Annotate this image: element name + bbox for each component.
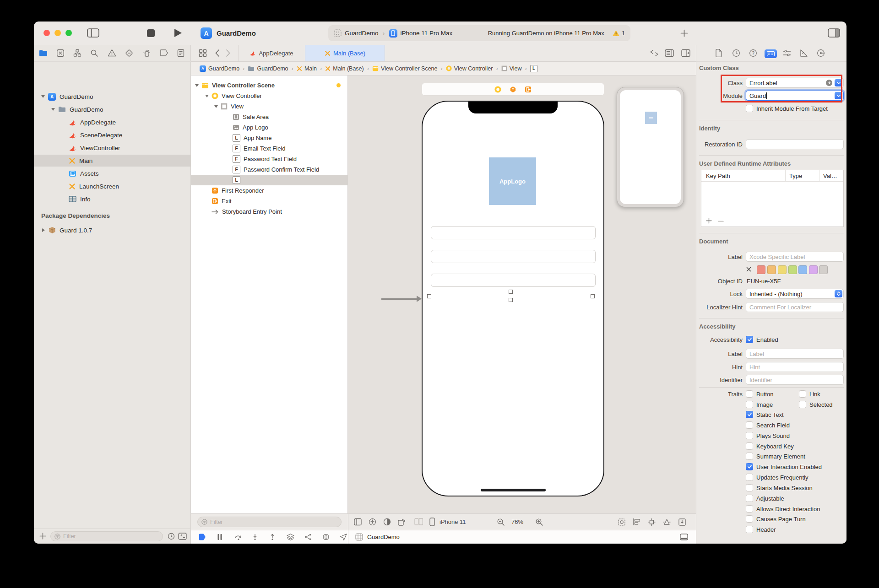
tab-main-base-selected[interactable]: Main (Base) bbox=[305, 45, 385, 61]
source-control-navigator-icon[interactable] bbox=[56, 49, 65, 57]
trait-starts-media-session-checkbox[interactable] bbox=[746, 484, 753, 491]
add-attribute-icon[interactable] bbox=[706, 218, 712, 224]
trait-image-checkbox[interactable] bbox=[746, 401, 753, 408]
trait-header-checkbox[interactable] bbox=[746, 526, 753, 533]
quick-help-inspector-icon[interactable]: ? bbox=[749, 49, 757, 57]
find-navigator-icon[interactable] bbox=[90, 49, 98, 57]
color-tag-blue[interactable] bbox=[798, 265, 807, 274]
view-controller-dock-icon[interactable] bbox=[494, 86, 501, 93]
scheme-name[interactable]: GuardDemo bbox=[345, 30, 379, 37]
split-preview-icon[interactable] bbox=[414, 518, 423, 525]
trait-summary-element-checkbox[interactable] bbox=[746, 453, 753, 460]
trait-static-text-checkbox[interactable] bbox=[746, 411, 753, 418]
navigator-item-launchscreen[interactable]: LaunchScreen bbox=[34, 180, 191, 192]
zoom-out-icon[interactable] bbox=[497, 518, 505, 526]
disclosure-closed-icon[interactable] bbox=[42, 228, 45, 232]
trait-keyboard-key-checkbox[interactable] bbox=[746, 442, 753, 450]
debug-memory-graph-icon[interactable] bbox=[304, 534, 312, 540]
outline-item-app-name[interactable]: L App Name bbox=[191, 133, 348, 143]
trait-updates-frequently-checkbox[interactable] bbox=[746, 474, 753, 481]
bookmarks-navigator-icon[interactable] bbox=[73, 49, 81, 57]
history-inspector-icon[interactable] bbox=[732, 49, 740, 57]
embed-icon[interactable] bbox=[678, 518, 686, 526]
outline-item-exit[interactable]: Exit bbox=[191, 196, 348, 206]
step-over-icon[interactable] bbox=[234, 534, 243, 540]
navigator-filter-field[interactable]: Filter bbox=[50, 531, 163, 541]
update-frames-icon[interactable] bbox=[618, 518, 626, 526]
localizer-hint-field[interactable]: Comment For Localizer bbox=[746, 302, 844, 312]
zoom-level[interactable]: 76% bbox=[511, 518, 523, 525]
document-label-field[interactable]: Xcode Specific Label bbox=[746, 252, 844, 262]
code-review-icon[interactable] bbox=[650, 49, 659, 57]
outline-item-view[interactable]: View bbox=[191, 101, 348, 112]
add-item-icon[interactable] bbox=[39, 533, 46, 539]
navigator-item-scenedelegate[interactable]: SceneDelegate bbox=[34, 129, 191, 141]
selection-handle-left[interactable] bbox=[427, 294, 431, 298]
environment-overrides-icon[interactable] bbox=[322, 534, 330, 540]
scheme-status-pill[interactable]: GuardDemo › iPhone 11 Pro Max Running Gu… bbox=[328, 25, 630, 41]
navigator-item-assets[interactable]: Assets bbox=[34, 167, 191, 179]
accessibility-label-field[interactable]: Label bbox=[746, 349, 844, 359]
accessibility-hint-field[interactable]: Hint bbox=[746, 362, 844, 372]
navigator-item-package-guard[interactable]: Guard 1.0.7 bbox=[34, 224, 191, 236]
debug-view-hierarchy-icon[interactable] bbox=[287, 534, 294, 540]
breadcrumb-item[interactable]: Main (Base) bbox=[333, 65, 364, 72]
add-editor-icon[interactable] bbox=[681, 49, 690, 57]
debug-navigator-icon[interactable] bbox=[143, 49, 151, 57]
breadcrumb-item[interactable]: GuardDemo bbox=[257, 65, 288, 72]
outline-item-email-text-field[interactable]: F Email Text Field bbox=[191, 143, 348, 154]
outline-filter-field[interactable]: Filter bbox=[197, 517, 342, 527]
breakpoints-toggle-icon[interactable] bbox=[198, 534, 206, 540]
trait-plays-sound-checkbox[interactable] bbox=[746, 432, 753, 439]
issue-navigator-icon[interactable] bbox=[108, 49, 116, 57]
color-tag-yellow[interactable] bbox=[778, 265, 787, 274]
color-tag-gray[interactable] bbox=[819, 265, 828, 274]
column-key-path[interactable]: Key Path bbox=[701, 173, 785, 179]
breadcrumb-item[interactable]: GuardDemo bbox=[208, 65, 239, 72]
go-back-icon[interactable] bbox=[215, 49, 220, 57]
lock-stepper-button[interactable] bbox=[835, 290, 842, 297]
debug-process-name[interactable]: GuardDemo bbox=[367, 534, 400, 540]
report-navigator-icon[interactable] bbox=[177, 49, 184, 57]
navigator-item-group-guarddemo[interactable]: GuardDemo bbox=[34, 103, 191, 115]
storyboard-entry-arrow[interactable] bbox=[381, 298, 417, 300]
disclosure-open-icon[interactable] bbox=[214, 105, 218, 108]
add-tab-icon[interactable] bbox=[680, 29, 688, 37]
project-navigator-icon[interactable] bbox=[39, 49, 48, 57]
selection-handle-bottom[interactable] bbox=[509, 298, 513, 302]
color-appearance-icon[interactable] bbox=[383, 518, 391, 526]
outline-item-password-confirm-text-field[interactable]: F Password Confirm Text Field bbox=[191, 164, 348, 175]
inherit-module-checkbox[interactable] bbox=[746, 105, 753, 112]
orientation-icon[interactable] bbox=[397, 518, 406, 526]
warning-badge[interactable]: 1 bbox=[612, 30, 625, 37]
breakpoint-navigator-icon[interactable] bbox=[160, 49, 168, 57]
close-window-button[interactable] bbox=[43, 30, 50, 36]
outline-item-first-responder[interactable]: First Responder bbox=[191, 185, 348, 196]
app-logo-view[interactable]: AppLogo bbox=[489, 157, 536, 205]
outline-item-safe-area[interactable]: Safe Area bbox=[191, 112, 348, 122]
trait-adjustable-checkbox[interactable] bbox=[746, 495, 753, 502]
clear-color-icon[interactable] bbox=[746, 267, 751, 272]
canvas[interactable]: AppLogo bbox=[348, 76, 696, 513]
filter-scope-icon[interactable] bbox=[178, 533, 187, 540]
disclosure-open-icon[interactable] bbox=[195, 84, 199, 87]
exit-dock-icon[interactable] bbox=[525, 86, 532, 93]
resolve-layout-issues-icon[interactable] bbox=[662, 518, 671, 526]
align-icon[interactable] bbox=[633, 518, 641, 526]
navigator-item-project-guarddemo[interactable]: A GuardDemo bbox=[34, 91, 191, 102]
color-tag-purple[interactable] bbox=[809, 265, 818, 274]
color-tag-green[interactable] bbox=[788, 265, 797, 274]
outline-item-storyboard-entry-point[interactable]: Storyboard Entry Point bbox=[191, 206, 348, 217]
column-type[interactable]: Type bbox=[785, 170, 819, 182]
navigator-item-main-selected[interactable]: Main bbox=[34, 155, 191, 167]
stop-button[interactable] bbox=[147, 29, 155, 37]
device-preview-thumbnail[interactable] bbox=[617, 87, 684, 207]
connections-inspector-icon[interactable] bbox=[817, 49, 825, 57]
accessibility-enabled-checkbox[interactable] bbox=[746, 336, 753, 343]
runtime-attributes-table[interactable]: Key Path Type Val… bbox=[701, 170, 844, 227]
zoom-in-icon[interactable] bbox=[535, 518, 543, 526]
run-button[interactable] bbox=[174, 29, 182, 37]
navigator-item-viewcontroller[interactable]: ViewController bbox=[34, 142, 191, 154]
remove-attribute-icon[interactable] bbox=[718, 221, 724, 222]
color-tag-orange[interactable] bbox=[767, 265, 776, 274]
